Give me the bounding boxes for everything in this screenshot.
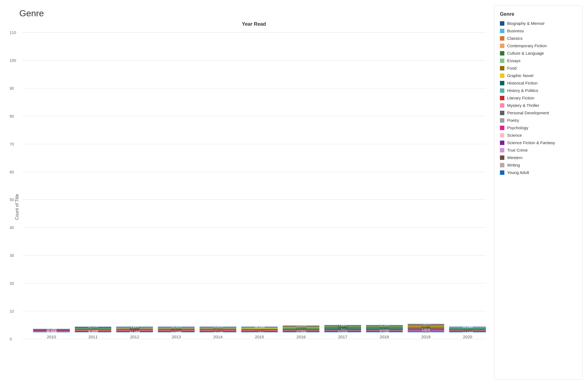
bar-segment — [408, 327, 444, 328]
bar-segment: 17.86% — [241, 331, 278, 332]
bar-segment — [200, 328, 236, 328]
legend-swatch — [500, 88, 504, 93]
bar-segment — [283, 329, 319, 330]
bar-segment — [75, 329, 112, 330]
bar-segment: 20.00% — [158, 329, 195, 330]
legend-swatch — [500, 141, 504, 145]
legend-label: Graphic Novel — [507, 73, 533, 78]
legend-label: Biography & Memoir — [507, 21, 545, 26]
bar-segment — [158, 328, 195, 329]
bar-segment — [408, 325, 444, 326]
legend-swatch — [500, 155, 504, 160]
bar-segment: 5.06% — [366, 328, 403, 329]
legend-item: Science Fiction & Fantasy — [500, 140, 577, 145]
bar-segment: 14.29% — [449, 327, 486, 327]
bar-segment — [241, 329, 278, 329]
bar-segment — [408, 326, 444, 327]
legend-swatch — [500, 59, 504, 63]
bar-segment: 10.00% — [158, 332, 195, 332]
bar-segment — [241, 328, 278, 328]
legend-item: Classics — [500, 36, 577, 41]
grid-label: 50 — [10, 197, 14, 202]
bar-segment: 17.78% — [283, 332, 319, 332]
legend-item: Mystery & Thriller — [500, 103, 577, 108]
bar-segment: 37.78% — [116, 331, 153, 332]
bar-segment — [158, 331, 195, 331]
legend-item: Writing — [500, 163, 577, 167]
x-axis-label: 2015 — [255, 334, 264, 339]
bar-stack: 13.33%37.78%8.89%8.89%13.33%8.89% — [116, 327, 153, 332]
bar-segment: 13.33% — [283, 328, 319, 328]
legend-item: Food — [500, 66, 577, 70]
legend-label: Western — [507, 155, 523, 160]
legend-swatch — [500, 51, 504, 56]
bar-group: 10.00%22.50%20.00%10.00%19.35%2013 — [158, 327, 195, 339]
x-axis-label: 2020 — [463, 334, 472, 339]
legend-label: Mystery & Thriller — [507, 103, 539, 108]
legend-item: Biography & Memoir — [500, 21, 577, 26]
legend-swatch — [500, 66, 504, 70]
grid-label: 20 — [10, 281, 14, 286]
bar-segment — [241, 327, 278, 328]
bar-segment: 16.13% — [200, 327, 236, 328]
x-axis-title: Year Read — [19, 21, 489, 27]
bar-segment: 32.14% — [241, 331, 278, 331]
legend-swatch — [500, 81, 504, 85]
bar-segment — [283, 329, 319, 329]
legend-item: Historical Fiction — [500, 81, 577, 85]
bar-segment: 10.00% — [158, 327, 195, 328]
bar-segment: 8.33% — [408, 331, 444, 332]
legend-item: Personal Development — [500, 110, 577, 115]
bar-segment: 14.29% — [33, 330, 70, 331]
bar-segment — [283, 328, 319, 329]
bar-segment: 11.11% — [408, 332, 444, 332]
legend-item: Graphic Novel — [500, 73, 577, 78]
bar-segment — [158, 330, 195, 331]
bar-segment — [241, 329, 278, 330]
bar-segment: 8.89% — [116, 327, 153, 327]
bar-segment: 8.89% — [283, 330, 319, 331]
bar-segment: 13.33% — [116, 332, 153, 332]
bar-stack: 10.64%8.51%17.02%17.02%19.15% — [75, 327, 112, 332]
bar-segment: 19.15% — [75, 327, 112, 327]
legend-label: Contemporary Fiction — [507, 43, 547, 48]
bar-segment: 15.56% — [283, 331, 319, 332]
bar-segment — [75, 331, 112, 331]
bar-segment — [366, 328, 403, 328]
bar-segment: 5.56% — [408, 328, 444, 329]
bar-segment — [158, 328, 195, 328]
bar-segment — [116, 330, 153, 331]
bar-segment: 7.41% — [408, 329, 444, 330]
bar-segment: 10.64% — [75, 332, 112, 332]
bar-segment: 12.82% — [324, 330, 361, 331]
legend-label: True Crime — [507, 148, 528, 152]
legend-label: Personal Development — [507, 110, 549, 115]
bar-stack: 14.10%8.97%12.82%12.82%5.13%7.69%14.10%7… — [324, 325, 361, 332]
bar-segment — [366, 327, 403, 328]
legend-label: Essays — [507, 58, 520, 63]
bar-segment: 7.69% — [324, 329, 361, 329]
bar-segment — [200, 329, 236, 330]
legend-label: Writing — [507, 163, 520, 167]
bar-segment — [449, 330, 486, 331]
bar-segment — [158, 329, 195, 329]
legend-items: Biography & MemoirBusinessClassicsContem… — [500, 21, 577, 175]
legend-swatch — [500, 36, 504, 41]
grid-label: 110 — [10, 30, 16, 35]
bar-segment: 14.10% — [324, 332, 361, 332]
bar-segment — [116, 328, 153, 329]
bar-segment — [283, 327, 319, 328]
bar-segment — [366, 326, 403, 327]
bar-segment — [200, 329, 236, 329]
bar-segment: 8.89% — [283, 331, 319, 331]
bar-segment: 12.82% — [324, 331, 361, 331]
bar-segment — [75, 328, 112, 329]
grid-label: 30 — [10, 253, 14, 258]
bar-segment — [241, 332, 278, 332]
bar-group: 14.10%8.97%12.82%12.82%5.13%7.69%14.10%7… — [324, 325, 361, 339]
legend-swatch — [500, 96, 504, 100]
legend-swatch — [500, 73, 504, 78]
grid-label: 100 — [10, 58, 16, 63]
bar-segment: 28.57% — [33, 331, 70, 331]
x-axis-label: 2016 — [296, 334, 306, 339]
